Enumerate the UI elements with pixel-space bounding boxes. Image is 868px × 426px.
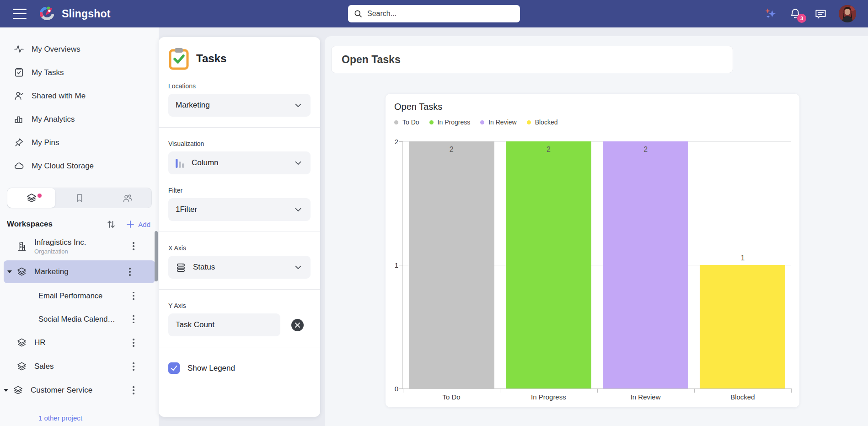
kebab-menu-icon[interactable] bbox=[129, 361, 139, 372]
notification-badge: 3 bbox=[797, 14, 806, 23]
project-row-email-performance[interactable]: Email Performance bbox=[0, 284, 159, 307]
clear-y-axis-button[interactable] bbox=[291, 319, 304, 331]
kebab-menu-icon[interactable] bbox=[125, 266, 135, 278]
legend-item[interactable]: To Do bbox=[394, 119, 419, 126]
chart-card: Open Tasks To DoIn ProgressIn ReviewBloc… bbox=[386, 94, 799, 407]
workspace-name: Marketing bbox=[34, 267, 69, 276]
project-name: Social Media Calend… bbox=[38, 315, 115, 324]
pin-icon bbox=[14, 137, 24, 148]
activity-icon bbox=[14, 44, 24, 54]
project-name: Email Performance bbox=[38, 291, 102, 300]
legend-item[interactable]: Blocked bbox=[527, 119, 558, 126]
chevron-down-icon bbox=[293, 262, 303, 272]
filter-dropdown[interactable]: 1Filter bbox=[168, 198, 311, 221]
layers-icon bbox=[26, 193, 37, 204]
x-axis-category-label: Blocked bbox=[694, 393, 791, 401]
bar-to-do[interactable] bbox=[409, 141, 494, 388]
kebab-menu-icon[interactable] bbox=[129, 384, 139, 396]
y-axis-tick-label: 2 bbox=[387, 138, 398, 146]
user-avatar[interactable] bbox=[839, 5, 856, 22]
search-icon bbox=[354, 9, 363, 18]
search-input[interactable] bbox=[367, 10, 514, 18]
workspace-row-hr[interactable]: HR bbox=[0, 331, 159, 355]
people-icon bbox=[122, 193, 133, 204]
brand: Slingshot bbox=[38, 5, 111, 23]
chart-title-input[interactable] bbox=[331, 46, 733, 73]
visualization-dropdown[interactable]: Column bbox=[168, 151, 311, 174]
y-axis-field[interactable]: Task Count bbox=[168, 313, 280, 336]
tab-bookmarks[interactable] bbox=[55, 188, 103, 208]
legend-label: In Review bbox=[488, 119, 516, 126]
locations-value: Marketing bbox=[176, 101, 210, 110]
workspace-row-sales[interactable]: Sales bbox=[0, 355, 159, 378]
workspace-name: Sales bbox=[34, 362, 54, 371]
add-label: Add bbox=[138, 221, 150, 228]
x-axis-value: Status bbox=[193, 263, 215, 272]
kebab-menu-icon[interactable] bbox=[129, 290, 139, 302]
sidebar-nav: My Overviews My Tasks Shared with Me My … bbox=[0, 27, 159, 178]
project-row-social-media-calendar[interactable]: Social Media Calend… bbox=[0, 307, 159, 331]
bar-blocked[interactable] bbox=[700, 265, 785, 388]
sidebar-item-shared-with-me[interactable]: Shared with Me bbox=[0, 84, 159, 108]
sidebar-item-my-tasks[interactable]: My Tasks bbox=[0, 61, 159, 84]
sidebar-item-my-analytics[interactable]: My Analytics bbox=[0, 108, 159, 131]
kebab-menu-icon[interactable] bbox=[129, 337, 139, 349]
sort-icon[interactable] bbox=[105, 218, 117, 230]
legend-item[interactable]: In Progress bbox=[429, 119, 471, 126]
sidebar-item-my-cloud-storage[interactable]: My Cloud Storage bbox=[0, 154, 159, 178]
sidebar-scrollbar[interactable] bbox=[155, 231, 158, 281]
hamburger-icon[interactable] bbox=[13, 9, 27, 19]
sparkles-icon[interactable] bbox=[763, 7, 777, 21]
checkbox-checked-icon[interactable] bbox=[168, 362, 180, 374]
sidebar-tab-bar bbox=[7, 188, 152, 208]
tasks-icon bbox=[168, 47, 189, 70]
workspace-layers-icon bbox=[16, 267, 27, 277]
x-axis-category-label: In Progress bbox=[500, 393, 597, 401]
kebab-menu-icon[interactable] bbox=[129, 240, 139, 252]
chevron-down-icon bbox=[293, 205, 303, 215]
workspace-row-marketing[interactable]: Marketing bbox=[4, 260, 155, 283]
task-check-icon bbox=[14, 67, 24, 78]
kebab-menu-icon[interactable] bbox=[129, 313, 139, 325]
sidebar-item-label: My Cloud Storage bbox=[32, 162, 94, 171]
legend-label: To Do bbox=[402, 119, 419, 126]
column-chart-icon bbox=[176, 158, 185, 168]
top-bar: Slingshot 3 bbox=[0, 0, 868, 27]
chart-editor-area: Open Tasks To DoIn ProgressIn ReviewBloc… bbox=[325, 36, 868, 426]
locations-label: Locations bbox=[168, 82, 311, 90]
legend-dot bbox=[429, 120, 434, 124]
x-axis-category-label: To Do bbox=[403, 393, 500, 401]
bar-in-review[interactable] bbox=[603, 141, 688, 388]
x-axis-dropdown[interactable]: Status bbox=[168, 256, 311, 279]
add-workspace-button[interactable]: Add bbox=[126, 220, 150, 228]
workspace-name: Infragistics Inc. bbox=[34, 238, 86, 247]
workspace-name: Customer Service bbox=[31, 386, 92, 395]
visualization-value: Column bbox=[192, 158, 219, 167]
legend-dot bbox=[394, 120, 398, 124]
show-legend-toggle[interactable]: Show Legend bbox=[168, 362, 311, 374]
other-project-link[interactable]: 1 other project bbox=[38, 414, 82, 422]
organization-icon bbox=[16, 241, 27, 252]
collapse-arrow-icon[interactable] bbox=[7, 270, 12, 274]
sidebar-item-my-pins[interactable]: My Pins bbox=[0, 131, 159, 154]
bar-value-label: 1 bbox=[740, 254, 745, 262]
tab-notification-dot bbox=[38, 194, 42, 198]
bell-icon[interactable]: 3 bbox=[788, 7, 802, 21]
workspace-row-customer-service[interactable]: Customer Service bbox=[0, 378, 159, 402]
tab-people[interactable] bbox=[103, 188, 151, 208]
workspace-row-organization[interactable]: Infragistics Inc. Organization bbox=[0, 233, 159, 259]
y-axis-tick-label: 1 bbox=[387, 261, 398, 269]
legend-label: In Progress bbox=[438, 119, 471, 126]
chat-icon[interactable] bbox=[814, 7, 827, 21]
divider bbox=[159, 127, 320, 128]
bar-value-label: 2 bbox=[450, 146, 454, 154]
tab-workspaces[interactable] bbox=[7, 188, 55, 208]
x-axis-label: X Axis bbox=[168, 244, 311, 252]
sidebar-item-my-overviews[interactable]: My Overviews bbox=[0, 38, 159, 61]
sidebar-item-label: My Pins bbox=[32, 138, 59, 147]
legend-dot bbox=[527, 120, 531, 124]
collapse-arrow-icon[interactable] bbox=[4, 388, 8, 392]
legend-item[interactable]: In Review bbox=[480, 119, 516, 126]
bar-in-progress[interactable] bbox=[506, 141, 591, 388]
locations-dropdown[interactable]: Marketing bbox=[168, 94, 311, 117]
